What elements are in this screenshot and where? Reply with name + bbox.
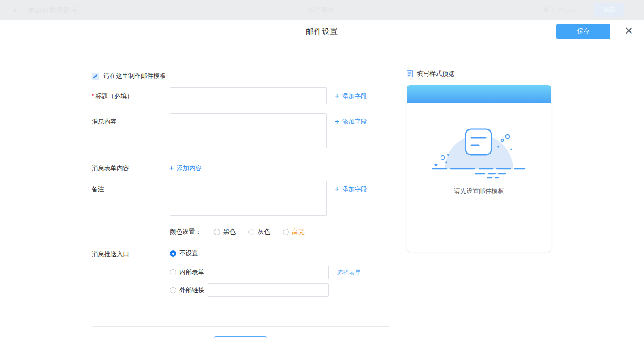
template-tip-text: 请在这里制作邮件模板 [103,72,166,80]
save-button[interactable]: 保存 [556,24,610,39]
message-field-label: 消息内容 [92,113,170,126]
email-template-form: 请在这里制作邮件模板 *标题（必填） + 添加字段 消息内容 + 添加字段 [92,67,389,339]
tab-control-events[interactable]: 控件事件 [308,6,335,14]
add-field-label: 添加字段 [342,185,367,193]
template-tip: 请在这里制作邮件模板 [92,72,389,80]
message-field-row: 消息内容 + 添加字段 [92,113,389,150]
plus-icon: + [169,164,174,172]
title-field-row: *标题（必填） + 添加字段 [92,87,389,104]
document-icon [407,70,413,77]
radio-external-link[interactable] [170,287,176,293]
plus-icon: + [335,92,339,100]
remark-field-row: 备注 + 添加字段 [92,181,389,218]
push-entry-label: 消息推送入口 [92,249,170,258]
panel-divider [389,67,389,272]
remark-field-label: 备注 [92,181,170,193]
color-setting-label: 颜色设置： [170,228,201,236]
guide-label: 新手引导 [551,6,576,14]
remark-textarea[interactable] [170,181,327,216]
preview-empty-state: 请先设置邮件模板 [407,103,551,195]
radio-internal-form[interactable] [170,269,176,275]
empty-template-illustration [430,124,528,180]
add-field-link-message[interactable]: + 添加字段 [335,113,367,126]
push-option-external-link: 外部链接 [170,283,361,297]
color-option-black[interactable]: 黑色 [214,228,236,236]
push-entry-row: 消息推送入口 不设置 内部表单 选择表单 外部链接 [92,249,389,297]
add-field-label: 添加字段 [342,117,367,126]
location-pin-icon [543,7,549,13]
radio-gray[interactable] [248,229,254,235]
preview-card-header [407,85,551,103]
add-content-label: 添加内容 [177,163,202,172]
dialog-title: 邮件设置 [306,26,338,36]
email-settings-dialog: 邮件设置 保存 ✕ 请在这里制作邮件模板 *标题（必填） + 添加字段 [0,20,644,339]
internal-form-input[interactable] [208,266,329,279]
preview-heading: 填写样式预览 [407,70,551,78]
preview-panel: 填写样式预览 [407,70,551,252]
topbar: ‹ 未命名数据助手 控件事件 新手引导 保存 [0,0,644,20]
form-content-label: 消息表单内容 [92,163,170,172]
color-option-highlight[interactable]: 高亮 [283,228,305,236]
add-field-link-remark[interactable]: + 添加字段 [335,181,367,193]
add-field-link-title[interactable]: + 添加字段 [335,91,367,100]
required-asterisk: * [92,92,94,99]
pencil-icon [92,73,99,80]
radio-highlight[interactable] [283,229,289,235]
form-divider [92,326,389,327]
color-setting-row: 颜色设置： 黑色 灰色 高亮 [92,228,389,236]
external-link-input[interactable] [208,283,329,297]
select-form-link[interactable]: 选择表单 [336,266,361,279]
push-option-internal-form: 内部表单 选择表单 [170,266,361,279]
test-button[interactable]: 测试 [214,336,267,339]
preview-heading-label: 填写样式预览 [417,70,454,78]
topbar-save-button[interactable]: 保存 [594,3,624,17]
close-icon[interactable]: ✕ [624,23,633,39]
radio-none-selected[interactable] [170,250,176,257]
color-option-gray[interactable]: 灰色 [248,228,270,236]
preview-card: 请先设置邮件模板 [407,85,551,252]
radio-black[interactable] [214,229,220,235]
back-icon[interactable]: ‹ [13,4,17,15]
guide-link[interactable]: 新手引导 [543,6,576,14]
title-input[interactable] [170,87,327,104]
title-field-label: *标题（必填） [92,91,170,100]
add-field-label: 添加字段 [342,91,367,100]
push-option-none[interactable]: 不设置 [170,249,361,257]
plus-icon: + [335,117,339,126]
preview-empty-text: 请先设置邮件模板 [407,187,551,195]
message-textarea[interactable] [170,113,327,148]
app-title: 未命名数据助手 [28,6,78,15]
plus-icon: + [335,185,339,193]
dialog-header: 邮件设置 保存 ✕ [0,20,644,43]
form-content-row: 消息表单内容 + 添加内容 [92,163,389,172]
add-content-link[interactable]: + 添加内容 [169,163,202,172]
